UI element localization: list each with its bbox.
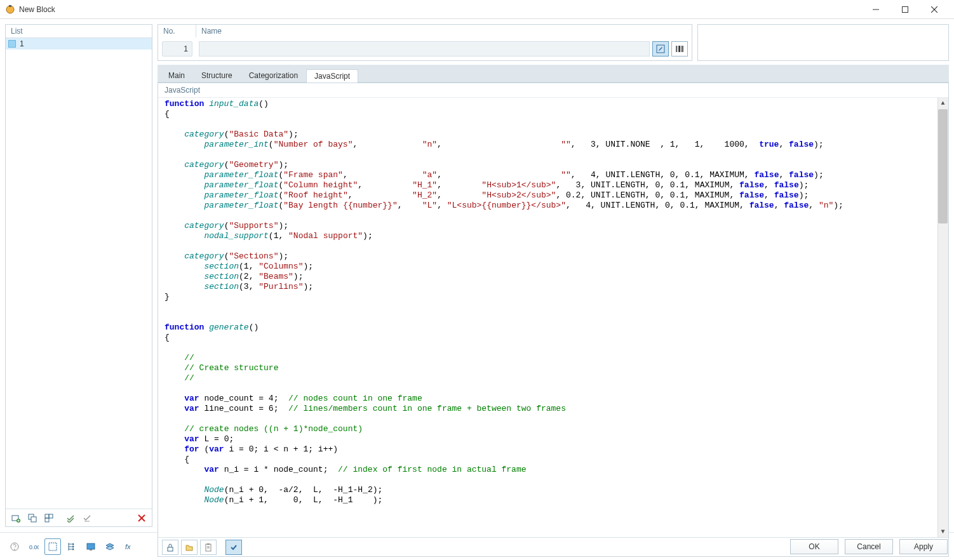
- list-item[interactable]: 1: [6, 38, 152, 50]
- edit-name-button[interactable]: [652, 41, 669, 57]
- maximize-button[interactable]: [890, 1, 920, 18]
- cancel-button[interactable]: Cancel: [845, 539, 893, 554]
- check-all-button[interactable]: [63, 511, 78, 525]
- svg-rect-26: [207, 543, 210, 545]
- list-item-swatch: [8, 40, 16, 48]
- svg-rect-40: [87, 543, 95, 549]
- name-label: Name: [196, 25, 692, 37]
- app-icon: [5, 4, 15, 15]
- svg-rect-11: [31, 517, 36, 522]
- list-body[interactable]: 1: [6, 38, 152, 509]
- window-controls: [861, 1, 949, 18]
- help-button[interactable]: [6, 538, 23, 555]
- apply-button[interactable]: Apply: [899, 539, 948, 554]
- code-editor[interactable]: function input_data(){ category("Basic D…: [158, 98, 948, 537]
- tab-strip: Main Structure Categorization JavaScript: [158, 65, 949, 83]
- validate-button[interactable]: [225, 540, 242, 555]
- svg-rect-13: [49, 514, 53, 518]
- scrollbar[interactable]: ▲ ▼: [937, 98, 948, 537]
- svg-point-39: [72, 548, 74, 550]
- svg-point-37: [72, 543, 74, 545]
- tab-main[interactable]: Main: [160, 69, 193, 82]
- tab-structure[interactable]: Structure: [193, 69, 241, 82]
- svg-rect-1: [9, 5, 11, 7]
- copy-item-button[interactable]: [25, 511, 40, 525]
- svg-rect-14: [45, 518, 49, 522]
- tab-categorization[interactable]: Categorization: [241, 69, 306, 82]
- name-input[interactable]: [199, 41, 650, 57]
- ok-button[interactable]: OK: [790, 539, 838, 554]
- list-header: List: [6, 25, 152, 38]
- layers-button[interactable]: [102, 538, 118, 555]
- new-item-button[interactable]: [8, 511, 24, 525]
- right-panel: No. Name Main Structure Categorization: [158, 24, 949, 527]
- svg-point-30: [14, 549, 15, 550]
- tab-javascript[interactable]: JavaScript: [306, 69, 358, 83]
- window-title: New Block: [19, 5, 861, 14]
- main-container: List 1 No. Name: [0, 19, 954, 532]
- titlebar: New Block: [0, 0, 954, 19]
- multi-item-button[interactable]: [41, 511, 57, 525]
- scroll-thumb[interactable]: [938, 109, 948, 223]
- svg-rect-3: [903, 6, 908, 12]
- svg-rect-41: [90, 549, 92, 550]
- svg-rect-24: [168, 547, 173, 551]
- delete-item-button[interactable]: [134, 511, 149, 525]
- content-subheader: JavaScript: [158, 83, 948, 98]
- function-button[interactable]: fx: [121, 538, 137, 555]
- select-button[interactable]: [44, 538, 61, 555]
- no-input[interactable]: [162, 41, 192, 57]
- left-panel: List 1: [5, 24, 152, 527]
- svg-text:fx: fx: [125, 543, 131, 550]
- minimize-button[interactable]: [861, 1, 890, 18]
- field-labels-row: No. Name: [158, 25, 692, 37]
- barcode-button[interactable]: [671, 41, 688, 57]
- clipboard-button[interactable]: [200, 540, 217, 555]
- field-values-row: [158, 37, 692, 60]
- top-fields: No. Name: [158, 24, 692, 61]
- svg-text:0.00: 0.00: [29, 544, 39, 550]
- top-area: No. Name: [158, 24, 949, 61]
- tab-content-column: Main Structure Categorization JavaScript…: [158, 65, 949, 557]
- uncheck-all-button[interactable]: [79, 511, 95, 525]
- units-button[interactable]: 0.00: [25, 538, 42, 555]
- content-area: JavaScript function input_data(){ catego…: [158, 83, 949, 557]
- svg-rect-12: [45, 514, 49, 518]
- tree-button[interactable]: [64, 538, 80, 555]
- open-button[interactable]: [181, 540, 198, 555]
- no-label: No.: [158, 25, 196, 37]
- close-button[interactable]: [920, 1, 949, 18]
- view-button[interactable]: [83, 538, 99, 555]
- svg-point-38: [72, 545, 74, 547]
- scroll-down-icon[interactable]: ▼: [937, 526, 948, 537]
- left-toolbar: [6, 509, 152, 526]
- svg-rect-32: [49, 543, 57, 550]
- scroll-up-icon[interactable]: ▲: [937, 98, 948, 109]
- preview-pane: [697, 24, 949, 61]
- lock-button[interactable]: [162, 540, 178, 555]
- list-item-number: 1: [18, 39, 24, 48]
